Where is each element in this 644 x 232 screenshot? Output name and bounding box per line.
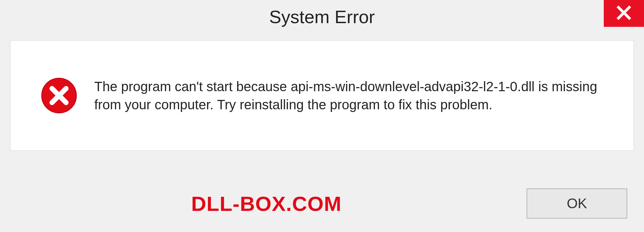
dialog-title: System Error [269, 6, 375, 27]
error-message: The program can't start because api-ms-w… [94, 77, 620, 114]
close-button[interactable] [604, 0, 644, 27]
ok-button[interactable]: OK [527, 188, 627, 219]
close-icon [616, 5, 631, 21]
titlebar: System Error [0, 0, 644, 34]
error-circle-x-icon [41, 77, 77, 114]
watermark-text: DLL-BOX.COM [191, 192, 341, 216]
footer: DLL-BOX.COM OK [0, 188, 644, 219]
content-panel: The program can't start because api-ms-w… [10, 40, 634, 151]
